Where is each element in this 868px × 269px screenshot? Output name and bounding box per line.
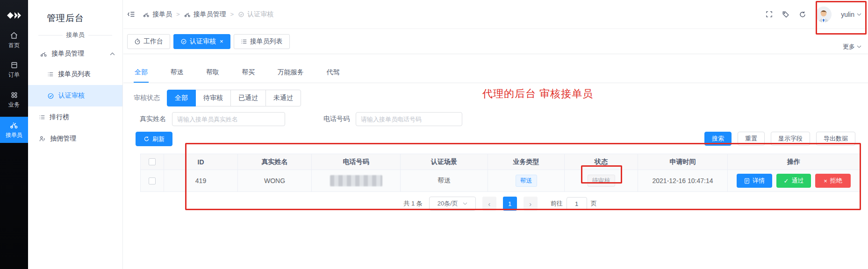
chevron-up-icon [110,52,115,56]
orders-icon [10,61,18,69]
sidebar-item-commission[interactable]: 抽佣管理 [28,128,122,149]
courier-icon [10,121,18,129]
tab-workbench[interactable]: 工作台 [127,34,170,49]
cell-actions: 详情 ✓ 通过 × 拒绝 [728,170,860,191]
logo-icon [6,10,22,24]
tab-cert-review[interactable]: 认证审核 × [173,34,230,49]
sidebar-section-label: 接单员 [38,31,112,39]
col-header-scene: 认证场景 [401,154,488,170]
status-filter-label: 审核状态 [134,94,160,102]
goto-page-input[interactable] [567,197,587,210]
scene-tab-delivery[interactable]: 帮送 [169,65,184,82]
more-menu[interactable]: 更多 [843,42,861,51]
courier-icon [184,11,191,18]
breadcrumb-item-cert-review: 认证审核 [238,10,273,19]
breadcrumb-item-courier-management[interactable]: 接单员管理 [184,10,226,19]
row-select-cell [140,170,164,191]
scene-tabs: 全部 帮送 帮取 帮买 万能服务 代驾 [123,65,868,83]
check-circle-icon [238,11,244,18]
document-icon [744,178,750,184]
refresh-icon [143,136,150,142]
sidebar-item-label: 抽佣管理 [50,134,76,143]
reset-button[interactable]: 重置 [738,132,765,146]
main-area: 接单员 > 接单员管理 > 认证审核 [123,0,868,269]
next-page-button[interactable]: › [524,197,538,211]
rail-item-label: 接单员 [6,131,22,139]
goto-label: 前往 [551,199,563,208]
refresh-icon[interactable] [799,11,806,18]
search-button[interactable]: 搜索 [704,132,732,146]
breadcrumb-item-courier[interactable]: 接单员 [143,10,172,19]
prev-page-button[interactable]: ‹ [482,197,496,211]
rail-item-orders[interactable]: 订单 [0,57,28,83]
home-icon [10,31,18,40]
rail-item-label: 首页 [8,42,20,50]
scene-tab-pickup[interactable]: 帮取 [205,65,220,82]
content-panel: 全部 帮送 帮取 帮买 万能服务 代驾 审核状态 全部 待审核 已通过 未通过 … [123,65,868,211]
chevron-down-icon [857,45,861,48]
cell-status: 待审核 [565,170,638,191]
courier-icon [143,11,150,18]
cell-id: 419 [164,170,238,191]
list-icon [241,38,247,45]
scene-tab-driving[interactable]: 代驾 [325,65,340,82]
sidebar-item-label: 排行榜 [50,113,69,121]
avatar[interactable] [816,7,832,22]
name-field-label: 真实姓名 [140,115,166,123]
approve-button[interactable]: ✓ 通过 [776,174,811,188]
export-button[interactable]: 导出数据 [816,132,855,146]
rail-item-label: 业务 [8,101,20,109]
col-header-applied-at: 申请时间 [638,154,728,170]
app-rail: 首页 订单 业务 接单员 [0,0,28,269]
page-size-select[interactable]: 20条/页 [429,197,476,211]
topbar: 接单员 > 接单员管理 > 认证审核 [123,0,868,29]
phone-field-label: 电话号码 [323,115,350,123]
close-icon[interactable]: × [220,38,223,45]
breadcrumb-separator: > [230,11,234,18]
refresh-button[interactable]: 刷新 [136,132,172,146]
col-header-status: 状态 [565,154,638,170]
check-circle-icon [180,38,187,45]
tab-courier-list[interactable]: 接单员列表 [234,34,290,49]
fullscreen-icon[interactable] [766,11,773,18]
reject-button[interactable]: × 拒绝 [815,174,851,188]
sidebar-item-courier-management[interactable]: 接单员管理 [28,44,122,64]
breadcrumb-separator: > [176,11,180,18]
goto-unit-label: 页 [591,199,597,208]
collapse-sidebar-icon[interactable] [127,11,135,18]
rail-item-home[interactable]: 首页 [0,27,28,53]
topbar-actions: yulin [766,7,861,22]
scene-tab-buy[interactable]: 帮买 [241,65,256,82]
table-header-row: ID 真实姓名 电话号码 认证场景 业务类型 状态 申请时间 操作 [140,154,860,170]
current-page[interactable]: 1 [503,197,517,211]
show-fields-button[interactable]: 显示字段 [771,132,810,146]
status-option-rejected[interactable]: 未通过 [265,90,301,106]
rail-item-courier[interactable]: 接单员 [0,117,28,143]
status-option-pending[interactable]: 待审核 [195,90,231,106]
tabbar: 工作台 认证审核 × 接单员列表 更多 [123,29,868,54]
tag-icon[interactable] [782,11,789,18]
list-icon [39,114,45,120]
scene-tab-all[interactable]: 全部 [134,65,149,83]
status-option-all[interactable]: 全部 [167,90,196,106]
name-input[interactable] [172,112,285,126]
rail-item-business[interactable]: 业务 [0,87,28,113]
sidebar-item-courier-list[interactable]: 接单员列表 [28,64,122,85]
user-menu[interactable]: yulin [841,11,861,18]
row-checkbox[interactable] [149,177,156,184]
rail-item-label: 订单 [8,71,20,79]
chevron-down-icon [857,13,861,16]
sidebar-item-ranking[interactable]: 排行榜 [28,106,122,128]
total-count: 共 1 条 [403,199,422,208]
person-icon [39,135,46,142]
col-header-phone: 电话号码 [312,154,401,170]
col-header-name: 真实姓名 [238,154,312,170]
sidebar-item-cert-review[interactable]: 认证审核 [28,85,122,106]
phone-input[interactable] [356,112,462,126]
list-icon [47,71,54,78]
select-all-checkbox[interactable] [149,158,156,165]
detail-button[interactable]: 详情 [737,174,772,188]
status-option-approved[interactable]: 已通过 [230,90,266,106]
sidebar-item-label: 接单员管理 [51,50,84,58]
scene-tab-universal[interactable]: 万能服务 [277,65,305,82]
